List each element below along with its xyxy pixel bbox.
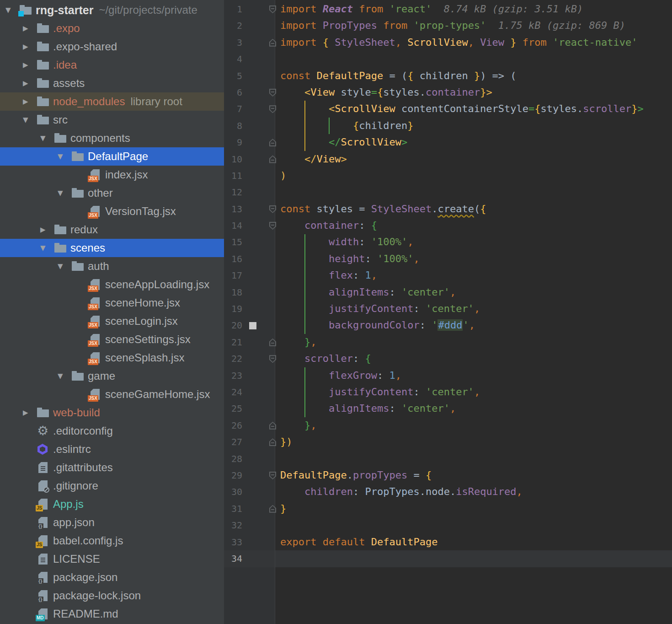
collapse-arrow-icon[interactable]: ▼ bbox=[21, 116, 37, 124]
code-line-8[interactable]: 8 {children} bbox=[224, 118, 672, 134]
line-number[interactable]: 14 bbox=[224, 217, 242, 234]
code-text[interactable]: }, bbox=[280, 334, 316, 350]
line-number[interactable]: 18 bbox=[224, 284, 242, 301]
code-line-32[interactable]: 32 bbox=[224, 517, 672, 533]
tree-item-.gitattributes[interactable]: .gitattributes bbox=[0, 458, 224, 477]
code-line-13[interactable]: 13const styles = StyleSheet.create({ bbox=[224, 201, 672, 217]
line-number[interactable]: 31 bbox=[224, 500, 242, 517]
code-text[interactable]: alignItems: 'center', bbox=[280, 400, 456, 417]
code-line-4[interactable]: 4 bbox=[224, 51, 672, 67]
line-number[interactable]: 1 bbox=[224, 1, 242, 17]
collapse-arrow-icon[interactable]: ▼ bbox=[56, 189, 71, 197]
code-text[interactable]: container: { bbox=[280, 217, 377, 234]
tree-item-sceneHome.jsx[interactable]: sceneHome.jsx bbox=[0, 294, 224, 312]
line-number[interactable]: 5 bbox=[224, 68, 242, 84]
line-number[interactable]: 32 bbox=[224, 517, 242, 533]
tree-item-auth[interactable]: ▼auth bbox=[0, 257, 224, 275]
line-number[interactable]: 22 bbox=[224, 350, 242, 367]
code-text[interactable]: <View style={styles.container}> bbox=[280, 84, 492, 101]
code-line-26[interactable]: 26 }, bbox=[224, 417, 672, 434]
expand-arrow-icon[interactable]: ▶ bbox=[21, 97, 37, 106]
tree-item-web-build[interactable]: ▶web-build bbox=[0, 403, 224, 422]
tree-item-assets[interactable]: ▶assets bbox=[0, 74, 224, 92]
code-line-28[interactable]: 28 bbox=[224, 451, 672, 467]
expand-arrow-icon[interactable]: ▶ bbox=[38, 226, 54, 234]
code-line-17[interactable]: 17 flex: 1, bbox=[224, 267, 672, 284]
line-number[interactable]: 8 bbox=[224, 118, 242, 134]
code-text[interactable]: flex: 1, bbox=[280, 267, 377, 284]
code-text[interactable]: } bbox=[280, 500, 286, 517]
line-number[interactable]: 9 bbox=[224, 134, 242, 151]
code-line-9[interactable]: 9 </ScrollView> bbox=[224, 134, 672, 151]
line-number[interactable]: 30 bbox=[224, 484, 242, 500]
line-number[interactable]: 6 bbox=[224, 84, 242, 101]
code-line-34[interactable]: 34 bbox=[224, 550, 672, 567]
collapse-arrow-icon[interactable]: ▼ bbox=[38, 134, 54, 142]
code-line-5[interactable]: 5const DefaultPage = ({ children }) => ( bbox=[224, 68, 672, 84]
code-text[interactable]: import { StyleSheet, ScrollView, View } … bbox=[280, 34, 638, 51]
code-line-7[interactable]: 7 <ScrollView contentContainerStyle={sty… bbox=[224, 101, 672, 117]
tree-item-VersionTag.jsx[interactable]: VersionTag.jsx bbox=[0, 202, 224, 221]
code-area[interactable]: 1import React from 'react' 8.74 kB (gzip… bbox=[224, 1, 672, 567]
tree-item-README.md[interactable]: README.md bbox=[0, 605, 224, 623]
code-line-30[interactable]: 30 children: PropTypes.node.isRequired, bbox=[224, 484, 672, 500]
code-line-25[interactable]: 25 alignItems: 'center', bbox=[224, 400, 672, 417]
tree-item-sceneLogin.jsx[interactable]: sceneLogin.jsx bbox=[0, 312, 224, 330]
code-text[interactable]: import PropTypes from 'prop-types' 1.75 … bbox=[280, 17, 625, 34]
line-number[interactable]: 21 bbox=[224, 334, 242, 350]
code-text[interactable]: <ScrollView contentContainerStyle={style… bbox=[280, 101, 644, 117]
code-text[interactable]: children: PropTypes.node.isRequired, bbox=[280, 484, 523, 500]
code-text[interactable]: {children} bbox=[280, 118, 413, 134]
fold-end-marker-icon[interactable] bbox=[269, 339, 276, 346]
tree-item-.eslintrc[interactable]: .eslintrc bbox=[0, 440, 224, 458]
code-text[interactable]: height: '100%', bbox=[280, 251, 420, 267]
tree-item-App.js[interactable]: App.js bbox=[0, 495, 224, 513]
tree-item-.idea[interactable]: ▶.idea bbox=[0, 56, 224, 74]
code-line-3[interactable]: 3import { StyleSheet, ScrollView, View }… bbox=[224, 34, 672, 51]
line-number[interactable]: 7 bbox=[224, 101, 242, 117]
code-line-6[interactable]: 6 <View style={styles.container}> bbox=[224, 84, 672, 101]
code-text[interactable]: ) bbox=[280, 167, 286, 184]
line-number[interactable]: 28 bbox=[224, 451, 242, 467]
tree-item-index.jsx[interactable]: index.jsx bbox=[0, 166, 224, 184]
tree-item-node_modules[interactable]: ▶node_moduleslibrary root bbox=[0, 92, 224, 111]
code-line-24[interactable]: 24 justifyContent: 'center', bbox=[224, 384, 672, 400]
fold-start-marker-icon[interactable] bbox=[269, 222, 276, 230]
line-number[interactable]: 19 bbox=[224, 301, 242, 317]
fold-start-marker-icon[interactable] bbox=[269, 5, 276, 13]
tree-item-package-lock.json[interactable]: package-lock.json bbox=[0, 586, 224, 605]
code-text[interactable]: justifyContent: 'center', bbox=[280, 384, 480, 400]
code-line-11[interactable]: 11) bbox=[224, 167, 672, 184]
code-text[interactable]: export default DefaultPage bbox=[280, 534, 437, 550]
code-text[interactable]: </View> bbox=[280, 151, 347, 167]
code-line-15[interactable]: 15 width: '100%', bbox=[224, 234, 672, 250]
line-number[interactable]: 29 bbox=[224, 467, 242, 484]
code-text[interactable]: backgroundColor: '#ddd', bbox=[280, 317, 475, 334]
code-text[interactable]: const styles = StyleSheet.create({ bbox=[280, 201, 486, 217]
tree-item-app.json[interactable]: app.json bbox=[0, 513, 224, 532]
code-line-23[interactable]: 23 flexGrow: 1, bbox=[224, 367, 672, 384]
code-text[interactable]: const DefaultPage = ({ children }) => ( bbox=[280, 68, 517, 84]
collapse-arrow-icon[interactable]: ▼ bbox=[38, 244, 54, 252]
code-line-16[interactable]: 16 height: '100%', bbox=[224, 251, 672, 267]
tree-item-other[interactable]: ▼other bbox=[0, 184, 224, 202]
tree-item-sceneSplash.jsx[interactable]: sceneSplash.jsx bbox=[0, 349, 224, 367]
fold-start-marker-icon[interactable] bbox=[269, 355, 276, 363]
line-number[interactable]: 17 bbox=[224, 267, 242, 284]
line-number[interactable]: 16 bbox=[224, 251, 242, 267]
code-line-22[interactable]: 22 scroller: { bbox=[224, 350, 672, 367]
fold-start-marker-icon[interactable] bbox=[269, 472, 276, 479]
code-line-27[interactable]: 27}) bbox=[224, 434, 672, 450]
code-line-12[interactable]: 12 bbox=[224, 184, 672, 200]
line-number[interactable]: 34 bbox=[224, 550, 242, 567]
tree-item-sceneSettings.jsx[interactable]: sceneSettings.jsx bbox=[0, 330, 224, 349]
collapse-arrow-icon[interactable]: ▼ bbox=[56, 152, 71, 161]
code-text[interactable]: }, bbox=[280, 417, 316, 434]
code-line-20[interactable]: 20 backgroundColor: '#ddd', bbox=[224, 317, 672, 334]
fold-end-marker-icon[interactable] bbox=[269, 156, 276, 163]
fold-start-marker-icon[interactable] bbox=[269, 205, 276, 213]
collapse-arrow-icon[interactable]: ▼ bbox=[4, 6, 19, 14]
fold-start-marker-icon[interactable] bbox=[269, 89, 276, 97]
fold-end-marker-icon[interactable] bbox=[269, 139, 276, 146]
code-text[interactable]: justifyContent: 'center', bbox=[280, 301, 480, 317]
